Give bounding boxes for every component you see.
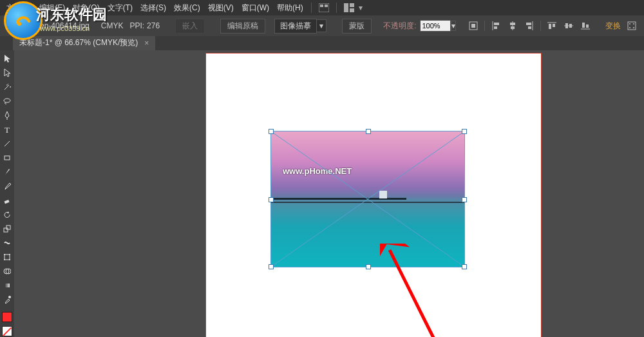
svg-rect-38 (4, 228, 8, 232)
align-hcenter-icon[interactable] (507, 20, 518, 32)
svg-rect-20 (553, 24, 555, 27)
menu-effect[interactable]: 效果(C) (170, 3, 204, 14)
direct-selection-tool-icon[interactable] (1, 67, 13, 79)
placed-image[interactable]: www.pHome.NET (270, 131, 465, 267)
svg-rect-37 (5, 200, 10, 204)
menu-view[interactable]: 视图(V) (204, 3, 238, 14)
menu-help[interactable]: 帮助(H) (273, 3, 307, 14)
gradient-tool-icon[interactable] (1, 280, 13, 291)
magic-wand-tool-icon[interactable] (1, 81, 13, 93)
watermark-brand: 河东软件园 (36, 5, 107, 24)
resize-handle-tl[interactable] (269, 129, 274, 134)
svg-point-43 (4, 259, 5, 260)
svg-rect-5 (350, 3, 354, 7)
rectangle-tool-icon[interactable] (1, 152, 13, 164)
arrange-docs-icon[interactable] (343, 2, 355, 14)
free-transform-tool-icon[interactable] (1, 251, 13, 263)
fill-swatch[interactable] (2, 312, 12, 322)
menu-separator (336, 3, 337, 13)
shape-builder-tool-icon[interactable] (1, 265, 13, 277)
svg-rect-23 (569, 24, 572, 28)
scale-tool-icon[interactable] (1, 223, 13, 235)
menu-select[interactable]: 选择(S) (137, 3, 170, 14)
image-trace-combo[interactable]: 图像描摹 ▾ (274, 19, 327, 34)
svg-point-0 (17, 22, 21, 26)
svg-rect-27 (628, 22, 636, 30)
transform-button[interactable]: 变换 (605, 21, 621, 32)
menu-type[interactable]: 文字(T) (104, 3, 137, 14)
svg-rect-25 (582, 23, 585, 28)
bridge-icon[interactable] (318, 2, 330, 14)
image-content: www.pHome.NET (271, 131, 464, 267)
svg-rect-17 (528, 26, 531, 29)
svg-point-44 (9, 259, 10, 260)
svg-point-42 (9, 254, 10, 255)
align-left-icon[interactable] (490, 20, 502, 32)
document-tab-bar: 未标题-1* @ 66.67% (CMYK/预览) × (0, 36, 644, 50)
eyedropper-tool-icon[interactable] (1, 294, 13, 305)
selection-tool-icon[interactable] (1, 53, 13, 64)
separator (540, 21, 541, 31)
svg-point-30 (629, 27, 630, 28)
ppi-value: 276 (147, 21, 160, 30)
image-detail (379, 191, 387, 198)
chevron-down-icon[interactable]: ▾ (451, 21, 456, 31)
embed-button[interactable]: 嵌入 (175, 19, 205, 34)
resize-handle-ml[interactable] (269, 197, 274, 202)
svg-rect-4 (344, 3, 348, 12)
svg-rect-40 (5, 255, 10, 260)
pen-tool-icon[interactable] (1, 110, 13, 121)
resize-handle-bl[interactable] (269, 264, 274, 269)
type-tool-icon[interactable]: T (1, 124, 13, 135)
image-trace-label[interactable]: 图像描摹 (274, 19, 317, 34)
svg-rect-6 (350, 8, 354, 12)
chevron-down-icon[interactable]: ▾ (317, 19, 327, 32)
svg-rect-19 (549, 24, 551, 29)
svg-point-28 (629, 23, 630, 24)
svg-line-35 (5, 141, 10, 146)
svg-rect-10 (494, 23, 499, 25)
opacity-input[interactable] (420, 20, 451, 32)
align-top-icon[interactable] (546, 20, 558, 32)
stroke-swatch[interactable] (2, 326, 12, 336)
eraser-tool-icon[interactable] (1, 195, 13, 206)
width-tool-icon[interactable] (1, 237, 13, 249)
lasso-tool-icon[interactable] (1, 95, 13, 107)
rotate-tool-icon[interactable] (1, 209, 13, 220)
svg-point-31 (633, 27, 634, 28)
svg-point-32 (4, 99, 10, 102)
svg-rect-16 (526, 23, 531, 25)
svg-rect-22 (565, 23, 568, 28)
mask-button[interactable]: 蒙版 (342, 19, 372, 34)
brush-tool-icon[interactable] (1, 166, 13, 178)
line-tool-icon[interactable] (1, 138, 13, 149)
pencil-tool-icon[interactable] (1, 180, 13, 192)
ppi-label: PPI: (129, 21, 144, 30)
align-selection-icon[interactable] (468, 20, 479, 32)
svg-rect-39 (6, 226, 10, 229)
svg-rect-8 (471, 24, 475, 28)
svg-text:T: T (5, 126, 10, 133)
menu-window[interactable]: 窗口(W) (238, 3, 273, 14)
close-icon[interactable]: × (144, 39, 149, 48)
svg-rect-3 (325, 5, 328, 7)
svg-rect-36 (5, 156, 10, 160)
align-bottom-icon[interactable] (580, 20, 591, 32)
image-detail (271, 202, 464, 203)
align-vcenter-icon[interactable] (563, 20, 574, 32)
resize-handle-tr[interactable] (462, 129, 467, 134)
chevron-down-icon[interactable]: ▾ (359, 3, 363, 12)
separator (484, 21, 485, 31)
resize-handle-br[interactable] (462, 264, 467, 269)
edit-original-button[interactable]: 编辑原稿 (220, 19, 265, 34)
resize-handle-mr[interactable] (462, 197, 467, 202)
svg-point-29 (633, 23, 634, 24)
svg-rect-2 (320, 5, 323, 7)
workspace: T www.pHome.NET (0, 50, 644, 337)
image-credit-text: www.pHome.NET (283, 166, 352, 176)
watermark-url: www.pc0359.cn (40, 24, 90, 32)
resize-handle-bm[interactable] (366, 264, 371, 269)
align-right-icon[interactable] (524, 20, 535, 32)
transform-panel-icon[interactable] (627, 21, 636, 30)
resize-handle-tm[interactable] (366, 129, 371, 134)
